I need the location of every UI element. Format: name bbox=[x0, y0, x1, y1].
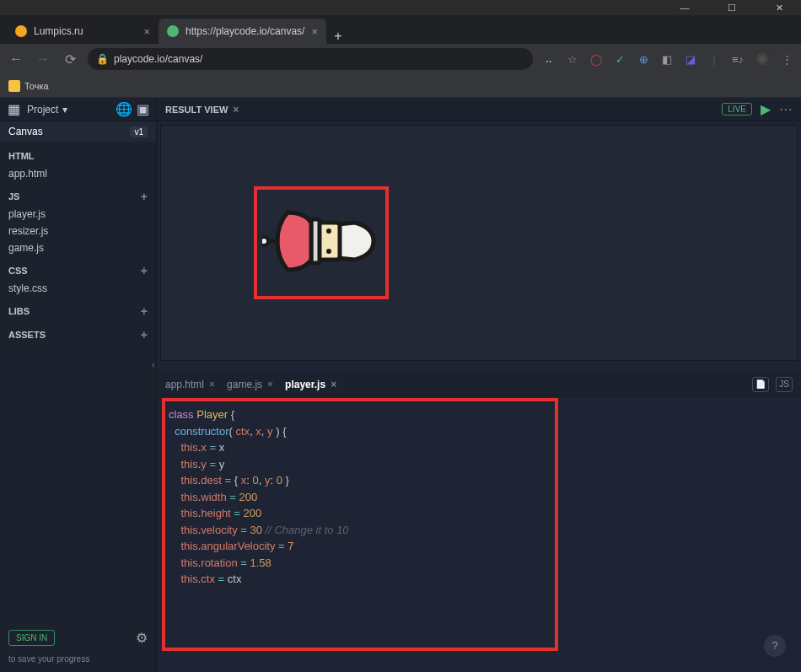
sidebar-bottom: SIGN IN ⚙ bbox=[0, 621, 156, 654]
bookmark-star-icon[interactable]: ☆ bbox=[565, 51, 580, 67]
favicon-icon bbox=[15, 25, 27, 37]
address-bar: ← → ⟳ 🔒 playcode.io/canvas/ ⠤ ☆ ◯ ✓ ⊕ ◧ … bbox=[0, 44, 801, 74]
add-file-button[interactable]: + bbox=[141, 304, 148, 318]
address-field[interactable]: 🔒 playcode.io/canvas/ bbox=[88, 48, 533, 70]
extension-icon[interactable]: ✓ bbox=[612, 51, 627, 67]
toolbar-icons: ⠤ ☆ ◯ ✓ ⊕ ◧ ◪ | ≡♪ ⋮ bbox=[541, 51, 794, 67]
forward-button[interactable]: → bbox=[34, 50, 52, 68]
preview-canvas[interactable] bbox=[160, 125, 798, 361]
profile-avatar[interactable] bbox=[754, 51, 771, 67]
translate-icon[interactable]: ⠤ bbox=[541, 51, 556, 67]
signin-tip: to save your progress bbox=[0, 654, 156, 672]
editor-tab[interactable]: app.html× bbox=[165, 379, 215, 390]
svg-point-4 bbox=[262, 237, 268, 245]
close-icon[interactable]: × bbox=[209, 379, 215, 390]
result-bar: RESULT VIEW × LIVE ▶ ⋯ bbox=[157, 98, 801, 121]
browser-tab[interactable]: https://playcode.io/canvas/ × bbox=[159, 19, 326, 44]
section-js[interactable]: JS+ bbox=[0, 187, 156, 206]
maximize-button[interactable]: ☐ bbox=[717, 0, 747, 15]
reload-button[interactable]: ⟳ bbox=[61, 50, 79, 68]
section-libs[interactable]: LIBS+ bbox=[0, 302, 156, 320]
url-text: playcode.io/canvas/ bbox=[114, 53, 202, 65]
editor-tab[interactable]: player.js× bbox=[285, 379, 336, 390]
menu-icon[interactable]: ⋮ bbox=[779, 51, 794, 67]
play-icon[interactable]: ▶ bbox=[761, 101, 771, 117]
terminal-icon[interactable]: ▣ bbox=[136, 103, 149, 116]
result-tab[interactable]: RESULT VIEW × bbox=[165, 104, 239, 116]
add-file-button[interactable]: + bbox=[141, 328, 148, 341]
extension-icon[interactable]: ◯ bbox=[589, 51, 604, 67]
close-icon[interactable]: × bbox=[331, 379, 336, 390]
chevron-down-icon: ▾ bbox=[62, 104, 67, 116]
version-badge: v1 bbox=[130, 126, 148, 137]
project-dropdown[interactable]: Project ▾ bbox=[27, 104, 67, 116]
bookmarks-bar: Точка bbox=[0, 74, 801, 98]
sidebar: ▦ Project ▾ 🌐 ▣ Canvas v1 HTML app.html … bbox=[0, 98, 157, 672]
tab-title: https://playcode.io/canvas/ bbox=[185, 25, 304, 37]
svg-point-1 bbox=[326, 228, 331, 234]
back-button[interactable]: ← bbox=[7, 50, 25, 68]
add-file-button[interactable]: + bbox=[141, 264, 148, 277]
section-assets[interactable]: ASSETS+ bbox=[0, 325, 156, 344]
favicon-icon bbox=[167, 25, 179, 37]
minimize-button[interactable]: — bbox=[669, 0, 700, 15]
copy-icon[interactable]: 📄 bbox=[752, 377, 769, 392]
lock-icon: 🔒 bbox=[96, 53, 109, 65]
lang-badge[interactable]: JS bbox=[776, 377, 793, 392]
editor-tab[interactable]: game.js× bbox=[227, 379, 273, 390]
main-area: RESULT VIEW × LIVE ▶ ⋯ bbox=[157, 98, 801, 672]
new-tab-button[interactable]: + bbox=[326, 29, 350, 44]
section-html[interactable]: HTML bbox=[0, 147, 156, 165]
file-item[interactable]: app.html bbox=[0, 165, 156, 182]
extension-icon[interactable]: ◧ bbox=[659, 51, 675, 67]
close-icon[interactable]: × bbox=[143, 25, 150, 38]
close-icon[interactable]: × bbox=[233, 104, 239, 116]
section-css[interactable]: CSS+ bbox=[0, 261, 156, 280]
file-item[interactable]: player.js bbox=[0, 206, 156, 223]
close-icon[interactable]: × bbox=[311, 25, 318, 38]
bookmark-item[interactable]: Точка bbox=[8, 80, 49, 92]
code-editor[interactable]: class Player { constructor( ctx, x, y ) … bbox=[157, 396, 801, 672]
browser-tab[interactable]: Lumpics.ru × bbox=[7, 19, 159, 44]
rocket-highlight bbox=[254, 186, 389, 299]
add-file-button[interactable]: + bbox=[141, 190, 148, 203]
file-item[interactable]: game.js bbox=[0, 239, 156, 256]
reading-list-icon[interactable]: ≡♪ bbox=[730, 51, 745, 67]
window-chrome: — ☐ ✕ bbox=[0, 0, 801, 15]
svg-point-2 bbox=[326, 249, 331, 254]
signin-button[interactable]: SIGN IN bbox=[8, 630, 55, 646]
help-button[interactable]: ? bbox=[764, 635, 786, 657]
close-window-button[interactable]: ✕ bbox=[764, 0, 794, 15]
file-item[interactable]: style.css bbox=[0, 280, 156, 297]
splitter-handle[interactable]: ‹ bbox=[157, 364, 801, 373]
rocket-sprite bbox=[262, 195, 380, 288]
tab-title: Lumpics.ru bbox=[34, 25, 83, 37]
close-icon[interactable]: × bbox=[267, 379, 273, 390]
live-button[interactable]: LIVE bbox=[722, 103, 752, 116]
sidebar-top: ▦ Project ▾ 🌐 ▣ bbox=[0, 98, 156, 121]
editor-tabs: app.html× game.js× player.js× 📄 JS bbox=[157, 373, 801, 396]
file-item[interactable]: resizer.js bbox=[0, 223, 156, 239]
grid-icon[interactable]: ▦ bbox=[7, 103, 20, 116]
gear-icon[interactable]: ⚙ bbox=[136, 630, 148, 646]
globe-icon[interactable]: 🌐 bbox=[117, 103, 131, 116]
extension-icon[interactable]: ⊕ bbox=[636, 51, 651, 67]
vert-divider: | bbox=[707, 51, 722, 67]
canvas-header[interactable]: Canvas v1 bbox=[0, 121, 156, 142]
app-root: ▦ Project ▾ 🌐 ▣ Canvas v1 HTML app.html … bbox=[0, 98, 801, 672]
bookmark-label: Точка bbox=[24, 81, 49, 91]
more-icon[interactable]: ⋯ bbox=[779, 101, 793, 117]
extension-icon[interactable]: ◪ bbox=[683, 51, 698, 67]
browser-tabs: Lumpics.ru × https://playcode.io/canvas/… bbox=[0, 15, 801, 44]
bookmark-favicon-icon bbox=[8, 80, 20, 92]
